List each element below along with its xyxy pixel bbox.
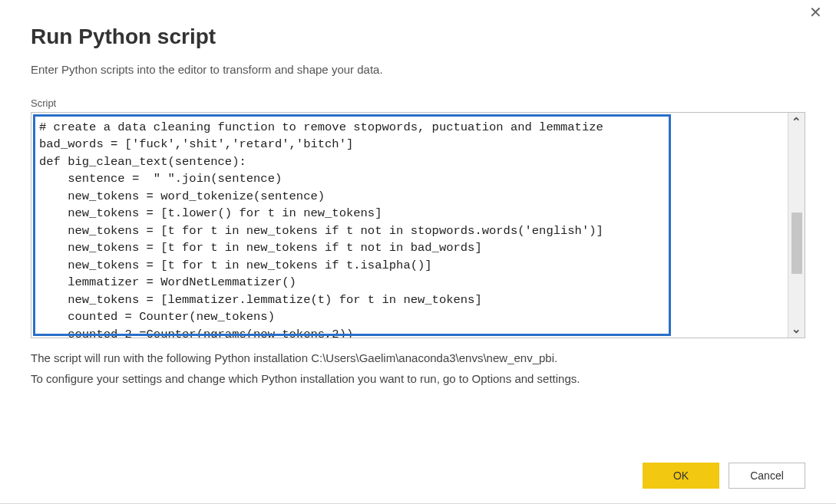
python-config-info: To configure your settings and change wh… bbox=[31, 370, 805, 387]
ok-button[interactable]: OK bbox=[643, 463, 719, 489]
script-field-label: Script bbox=[31, 97, 805, 109]
run-python-script-dialog: Run Python script Enter Python scripts i… bbox=[0, 0, 836, 410]
script-code[interactable]: # create a data cleaning function to rem… bbox=[31, 113, 788, 338]
scroll-down-icon[interactable]: ⌄ bbox=[791, 323, 801, 334]
scroll-thumb[interactable] bbox=[791, 212, 802, 274]
scroll-up-icon[interactable]: ⌃ bbox=[791, 116, 801, 127]
dialog-subtitle: Enter Python scripts into the editor to … bbox=[31, 63, 805, 76]
cancel-button[interactable]: Cancel bbox=[729, 463, 805, 489]
close-icon[interactable]: ✕ bbox=[806, 2, 825, 23]
python-install-info: The script will run with the following P… bbox=[31, 349, 805, 367]
dialog-button-row: OK Cancel bbox=[643, 463, 805, 489]
dialog-title: Run Python script bbox=[31, 25, 805, 49]
editor-scrollbar[interactable]: ⌃ ⌄ bbox=[788, 113, 805, 338]
script-editor[interactable]: # create a data cleaning function to rem… bbox=[31, 112, 805, 338]
